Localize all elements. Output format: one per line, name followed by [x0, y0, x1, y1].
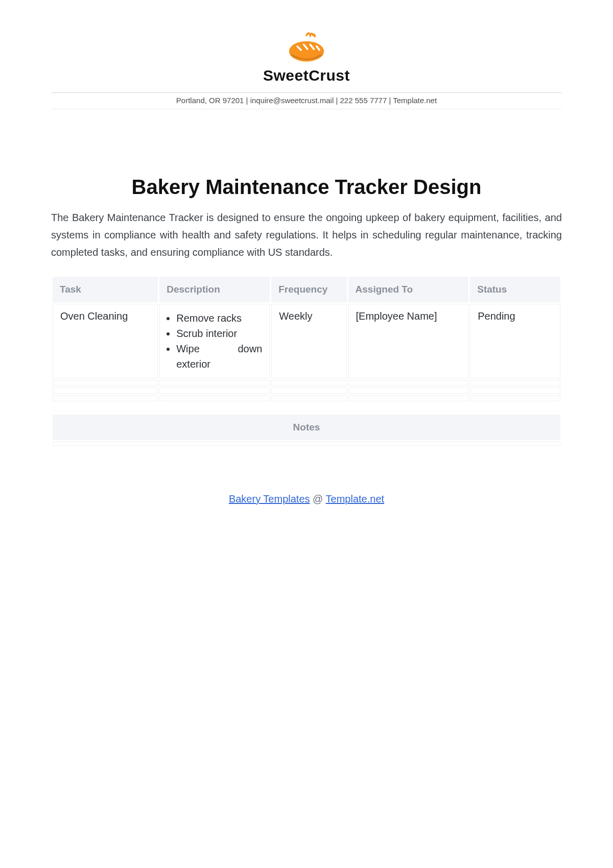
bakery-templates-link[interactable]: Bakery Templates — [229, 493, 310, 504]
intro-paragraph: The Bakery Maintenance Tracker is design… — [51, 209, 562, 261]
table-row — [53, 388, 560, 394]
cell-status: Pending — [470, 304, 560, 378]
template-net-link[interactable]: Template.net — [326, 493, 385, 504]
table-row — [53, 395, 560, 401]
notes-header: Notes — [53, 415, 560, 440]
table-row — [53, 380, 560, 386]
footer-links: Bakery Templates @ Template.net — [51, 493, 562, 505]
cell-frequency: Weekly — [271, 304, 346, 378]
logo: SweetCrust — [51, 31, 562, 84]
contact-line: Portland, OR 97201 | inquire@sweetcrust.… — [51, 96, 562, 109]
cell-description: Remove racks Scrub interior Wipe down ex… — [159, 304, 270, 378]
step-item: Remove racks — [176, 310, 262, 326]
header: SweetCrust Portland, OR 97201 | inquire@… — [51, 31, 562, 109]
table-header-row: Task Description Frequency Assigned To S… — [53, 277, 560, 302]
bread-loaf-icon — [284, 31, 329, 64]
brand-name: SweetCrust — [263, 67, 350, 84]
svg-point-0 — [289, 41, 324, 62]
col-description: Description — [159, 277, 270, 302]
cell-task: Oven Cleaning — [53, 304, 158, 378]
divider — [51, 92, 562, 93]
notes-table: Notes — [51, 413, 562, 447]
footer-separator: @ — [310, 493, 326, 504]
col-task: Task — [53, 277, 158, 302]
cell-assigned-to: [Employee Name] — [348, 304, 469, 378]
col-status: Status — [470, 277, 560, 302]
col-frequency: Frequency — [271, 277, 346, 302]
maintenance-table: Task Description Frequency Assigned To S… — [51, 275, 562, 403]
table-row: Oven Cleaning Remove racks Scrub interio… — [53, 304, 560, 378]
document-page: SweetCrust Portland, OR 97201 | inquire@… — [0, 0, 613, 536]
notes-row — [53, 442, 560, 446]
description-steps: Remove racks Scrub interior Wipe down ex… — [167, 310, 262, 372]
col-assigned-to: Assigned To — [348, 277, 469, 302]
step-item: Wipe down exterior — [176, 341, 262, 372]
page-title: Bakery Maintenance Tracker Design — [51, 176, 562, 199]
step-item: Scrub interior — [176, 326, 262, 341]
